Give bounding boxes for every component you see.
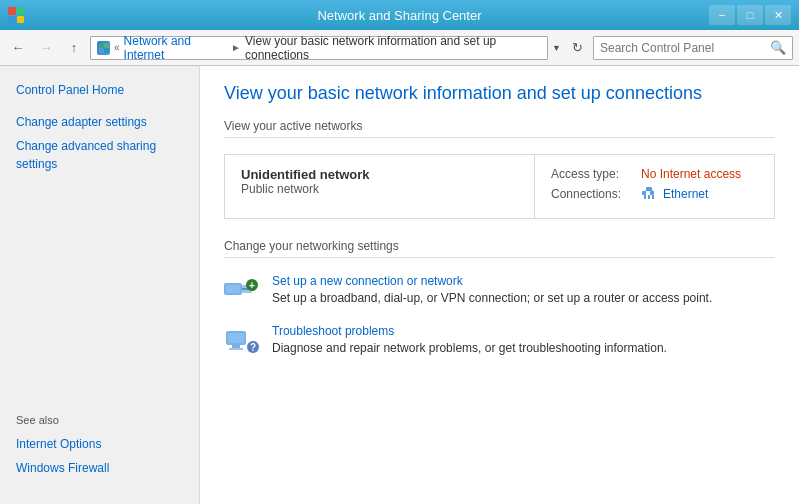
svg-text:?: ?: [250, 342, 256, 353]
active-networks-box: Unidentified network Public network Acce…: [224, 154, 775, 219]
svg-rect-8: [652, 195, 654, 199]
troubleshoot-desc: Diagnose and repair network problems, or…: [272, 341, 667, 355]
new-connection-desc: Set up a broadband, dial-up, or VPN conn…: [272, 291, 712, 305]
svg-rect-3: [104, 48, 109, 53]
new-connection-link[interactable]: Set up a new connection or network: [272, 274, 712, 288]
access-type-label: Access type:: [551, 167, 641, 181]
breadcrumb-network-internet[interactable]: Network and Internet: [124, 34, 228, 62]
search-input[interactable]: [600, 41, 766, 55]
networking-settings-section: Change your networking settings + Set up…: [224, 239, 775, 358]
sidebar: Control Panel Home Change adapter settin…: [0, 66, 200, 504]
sidebar-item-internet-options[interactable]: Internet Options: [16, 432, 183, 456]
up-button[interactable]: ↑: [62, 36, 86, 60]
breadcrumb: « Network and Internet ► View your basic…: [90, 36, 548, 60]
sidebar-item-windows-firewall[interactable]: Windows Firewall: [16, 456, 183, 480]
setting-new-connection: + Set up a new connection or network Set…: [224, 274, 775, 308]
page-title: View your basic network information and …: [224, 82, 775, 105]
troubleshoot-link[interactable]: Troubleshoot problems: [272, 324, 667, 338]
sidebar-item-adapter[interactable]: Change adapter settings: [0, 110, 199, 134]
setting-troubleshoot: ? Troubleshoot problems Diagnose and rep…: [224, 324, 775, 358]
svg-rect-13: [226, 285, 240, 293]
breadcrumb-sep1: «: [114, 42, 120, 53]
ethernet-icon: [641, 185, 660, 202]
search-box: 🔍: [593, 36, 793, 60]
new-connection-icon: +: [224, 276, 260, 308]
maximize-button[interactable]: □: [737, 5, 763, 25]
svg-rect-19: [228, 333, 244, 343]
breadcrumb-current: View your basic network information and …: [245, 34, 541, 62]
title-bar: Network and Sharing Center − □ ✕: [0, 0, 799, 30]
network-details: Access type: No Internet access Connecti…: [534, 155, 774, 218]
breadcrumb-arrow: ►: [231, 42, 241, 53]
minimize-button[interactable]: −: [709, 5, 735, 25]
svg-rect-20: [232, 345, 240, 348]
title-bar-left: [8, 7, 24, 23]
svg-text:+: +: [249, 280, 255, 291]
search-icon[interactable]: 🔍: [770, 40, 786, 55]
network-info: Unidentified network Public network: [225, 155, 534, 218]
svg-rect-9: [648, 195, 650, 199]
back-button[interactable]: ←: [6, 36, 30, 60]
network-type: Public network: [241, 182, 518, 196]
breadcrumb-dropdown[interactable]: ▼: [552, 43, 561, 53]
content-area: View your basic network information and …: [200, 66, 799, 504]
forward-button[interactable]: →: [34, 36, 58, 60]
network-name: Unidentified network: [241, 167, 518, 182]
svg-rect-2: [99, 48, 104, 53]
breadcrumb-icon: [97, 41, 110, 55]
ethernet-link[interactable]: Ethernet: [663, 187, 708, 201]
close-button[interactable]: ✕: [765, 5, 791, 25]
connections-row: Connections:: [551, 185, 758, 202]
sidebar-item-home[interactable]: Control Panel Home: [0, 78, 199, 102]
connections-label: Connections:: [551, 187, 641, 201]
svg-rect-1: [104, 43, 109, 48]
app-icon: [8, 7, 24, 23]
see-also-label: See also: [16, 414, 183, 426]
setting-troubleshoot-content: Troubleshoot problems Diagnose and repai…: [272, 324, 667, 357]
access-type-value: No Internet access: [641, 167, 741, 181]
window-title: Network and Sharing Center: [317, 8, 481, 23]
sidebar-see-also-section: See also Internet Options Windows Firewa…: [0, 402, 199, 492]
main-container: Control Panel Home Change adapter settin…: [0, 66, 799, 504]
svg-rect-0: [99, 43, 104, 48]
troubleshoot-icon: ?: [224, 326, 260, 358]
window-controls: − □ ✕: [709, 5, 791, 25]
refresh-button[interactable]: ↻: [565, 36, 589, 60]
active-networks-header: View your active networks: [224, 119, 775, 138]
active-networks-section: View your active networks Unidentified n…: [224, 119, 775, 219]
svg-rect-21: [229, 348, 243, 350]
networking-settings-header: Change your networking settings: [224, 239, 775, 258]
setting-new-connection-content: Set up a new connection or network Set u…: [272, 274, 712, 307]
access-type-row: Access type: No Internet access: [551, 167, 758, 181]
svg-rect-7: [644, 195, 646, 199]
sidebar-item-advanced-sharing[interactable]: Change advanced sharing settings: [0, 134, 199, 176]
address-bar: ← → ↑ « Network and Internet ► View your…: [0, 30, 799, 66]
